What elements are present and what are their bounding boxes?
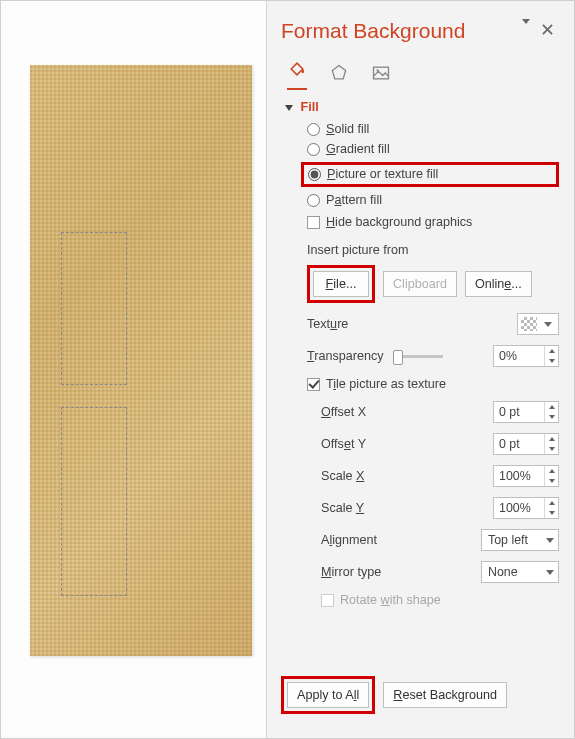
clipboard-button: Clipboard	[383, 271, 457, 297]
picture-tab-icon[interactable]	[371, 63, 391, 86]
radio-solid-fill[interactable]: Solid fill	[307, 122, 559, 136]
checkbox-checked-icon	[307, 378, 320, 391]
checkbox-icon	[307, 216, 320, 229]
panel-header: Format Background	[281, 19, 559, 43]
scale-y-spinner[interactable]: 100%	[493, 497, 559, 519]
texture-swatch-icon	[521, 317, 537, 331]
scale-y-value: 100%	[494, 498, 544, 518]
scale-x-label: Scale X	[321, 469, 364, 483]
offset-x-value: 0 pt	[494, 402, 544, 422]
scale-x-spinner[interactable]: 100%	[493, 465, 559, 487]
chevron-down-icon	[546, 538, 554, 543]
radio-pattern-fill[interactable]: Pattern fill	[307, 193, 559, 207]
texture-label: Texture	[307, 317, 348, 331]
slide-canvas	[1, 1, 265, 736]
alignment-value: Top left	[488, 533, 528, 547]
online-button[interactable]: Online...	[465, 271, 532, 297]
svg-point-2	[377, 69, 379, 71]
slide-preview	[30, 65, 252, 656]
tab-row	[287, 59, 559, 90]
offset-y-spinner[interactable]: 0 pt	[493, 433, 559, 455]
chevron-down-icon	[537, 322, 558, 327]
checkbox-disabled-icon	[321, 594, 334, 607]
mirror-type-dropdown[interactable]: None	[481, 561, 559, 583]
checkbox-rotate-with-shape: Rotate with shape	[321, 593, 559, 607]
format-background-panel: Format Background Fill Solid fill Gradie…	[267, 1, 574, 738]
offset-y-label: Offset Y	[321, 437, 366, 451]
fill-section-header[interactable]: Fill	[285, 100, 559, 114]
radio-picture-texture-fill[interactable]: Picture or texture fill	[308, 167, 438, 181]
transparency-slider[interactable]	[393, 355, 443, 358]
scale-x-value: 100%	[494, 466, 544, 486]
reset-background-button[interactable]: Reset Background	[383, 682, 507, 708]
offset-x-spinner[interactable]: 0 pt	[493, 401, 559, 423]
collapse-triangle-icon	[285, 105, 293, 111]
offset-y-value: 0 pt	[494, 434, 544, 454]
svg-marker-0	[332, 66, 345, 79]
transparency-spinner[interactable]: 0%	[493, 345, 559, 367]
apply-to-all-button[interactable]: Apply to All	[287, 682, 369, 708]
fill-tab-icon[interactable]	[287, 59, 307, 90]
texture-picker[interactable]	[517, 313, 559, 335]
placeholder-1[interactable]	[61, 232, 127, 385]
radio-gradient-fill[interactable]: Gradient fill	[307, 142, 559, 156]
mirror-type-label: Mirror type	[321, 565, 381, 579]
section-label: Fill	[301, 100, 319, 114]
highlight-picture-fill: Picture or texture fill	[301, 162, 559, 187]
scale-y-label: Scale Y	[321, 501, 364, 515]
transparency-value: 0%	[494, 346, 544, 366]
transparency-label: Transparency	[307, 349, 445, 363]
highlight-apply-all-button: Apply to All	[281, 676, 375, 714]
alignment-label: Alignment	[321, 533, 377, 547]
placeholder-2[interactable]	[61, 407, 127, 596]
offset-x-label: Offset X	[321, 405, 366, 419]
file-button[interactable]: File...	[313, 271, 369, 297]
alignment-dropdown[interactable]: Top left	[481, 529, 559, 551]
panel-title: Format Background	[281, 19, 465, 43]
highlight-file-button: File...	[307, 265, 375, 303]
effects-tab-icon[interactable]	[329, 63, 349, 86]
mirror-value: None	[488, 565, 518, 579]
checkbox-hide-background[interactable]: Hide background graphics	[307, 215, 559, 229]
chevron-down-icon	[546, 570, 554, 575]
close-icon[interactable]	[542, 24, 553, 38]
insert-picture-from-label: Insert picture from	[307, 243, 559, 257]
checkbox-tile-picture[interactable]: Tile picture as texture	[307, 377, 559, 391]
panel-menu-dropdown-icon[interactable]	[522, 24, 530, 38]
